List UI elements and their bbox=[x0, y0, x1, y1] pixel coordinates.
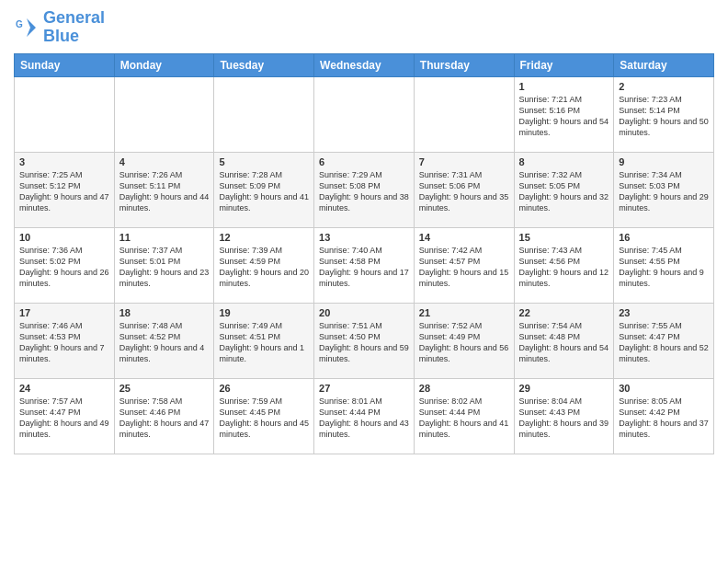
day-number: 11 bbox=[119, 232, 210, 243]
calendar-cell-w2d1: 11Sunrise: 7:37 AM Sunset: 5:01 PM Dayli… bbox=[114, 227, 214, 303]
day-number: 9 bbox=[619, 156, 709, 167]
calendar-cell-w1d5: 8Sunrise: 7:32 AM Sunset: 5:05 PM Daylig… bbox=[514, 152, 614, 227]
day-info: Sunrise: 8:04 AM Sunset: 4:43 PM Dayligh… bbox=[519, 396, 609, 441]
day-number: 27 bbox=[319, 383, 409, 394]
calendar-cell-w2d2: 12Sunrise: 7:39 AM Sunset: 4:59 PM Dayli… bbox=[214, 227, 314, 303]
day-number: 6 bbox=[319, 156, 409, 167]
calendar-cell-w0d1 bbox=[114, 76, 214, 152]
day-number: 16 bbox=[619, 232, 709, 243]
calendar-cell-w4d1: 25Sunrise: 7:58 AM Sunset: 4:46 PM Dayli… bbox=[114, 378, 214, 454]
day-info: Sunrise: 8:01 AM Sunset: 4:44 PM Dayligh… bbox=[319, 396, 409, 441]
logo-icon: G bbox=[14, 15, 40, 40]
calendar-cell-w3d5: 22Sunrise: 7:54 AM Sunset: 4:48 PM Dayli… bbox=[514, 303, 614, 378]
page-header: G General Blue bbox=[14, 9, 714, 46]
day-number: 24 bbox=[19, 383, 109, 394]
weekday-header-thursday: Thursday bbox=[414, 53, 514, 76]
day-number: 15 bbox=[519, 232, 609, 243]
day-info: Sunrise: 7:36 AM Sunset: 5:02 PM Dayligh… bbox=[19, 245, 109, 290]
logo-text: General Blue bbox=[43, 9, 105, 46]
calendar-cell-w1d3: 6Sunrise: 7:29 AM Sunset: 5:08 PM Daylig… bbox=[314, 152, 415, 227]
weekday-header-saturday: Saturday bbox=[614, 53, 714, 76]
calendar-cell-w1d4: 7Sunrise: 7:31 AM Sunset: 5:06 PM Daylig… bbox=[414, 152, 514, 227]
day-number: 5 bbox=[219, 156, 309, 167]
day-number: 4 bbox=[119, 156, 210, 167]
day-number: 23 bbox=[619, 307, 709, 318]
day-number: 18 bbox=[119, 307, 210, 318]
calendar-cell-w1d2: 5Sunrise: 7:28 AM Sunset: 5:09 PM Daylig… bbox=[214, 152, 314, 227]
day-number: 1 bbox=[519, 81, 609, 92]
calendar-cell-w0d4 bbox=[414, 76, 514, 152]
calendar-cell-w4d4: 28Sunrise: 8:02 AM Sunset: 4:44 PM Dayli… bbox=[414, 378, 514, 454]
day-info: Sunrise: 7:57 AM Sunset: 4:47 PM Dayligh… bbox=[19, 396, 109, 441]
svg-text:G: G bbox=[16, 19, 23, 29]
calendar-cell-w0d3 bbox=[314, 76, 415, 152]
calendar-cell-w2d0: 10Sunrise: 7:36 AM Sunset: 5:02 PM Dayli… bbox=[15, 227, 115, 303]
calendar: SundayMondayTuesdayWednesdayThursdayFrid… bbox=[14, 53, 714, 454]
day-info: Sunrise: 7:46 AM Sunset: 4:53 PM Dayligh… bbox=[19, 320, 109, 365]
day-info: Sunrise: 7:37 AM Sunset: 5:01 PM Dayligh… bbox=[119, 245, 210, 290]
day-number: 28 bbox=[419, 383, 509, 394]
calendar-cell-w0d5: 1Sunrise: 7:21 AM Sunset: 5:16 PM Daylig… bbox=[514, 76, 614, 152]
weekday-header-wednesday: Wednesday bbox=[314, 53, 415, 76]
day-number: 17 bbox=[19, 307, 109, 318]
day-number: 7 bbox=[419, 156, 509, 167]
calendar-cell-w0d2 bbox=[214, 76, 314, 152]
day-number: 26 bbox=[219, 383, 309, 394]
day-info: Sunrise: 7:51 AM Sunset: 4:50 PM Dayligh… bbox=[319, 320, 409, 365]
day-info: Sunrise: 7:59 AM Sunset: 4:45 PM Dayligh… bbox=[219, 396, 309, 441]
day-info: Sunrise: 7:32 AM Sunset: 5:05 PM Dayligh… bbox=[519, 169, 609, 214]
calendar-cell-w4d0: 24Sunrise: 7:57 AM Sunset: 4:47 PM Dayli… bbox=[15, 378, 115, 454]
calendar-cell-w2d5: 15Sunrise: 7:43 AM Sunset: 4:56 PM Dayli… bbox=[514, 227, 614, 303]
day-number: 25 bbox=[119, 383, 210, 394]
day-info: Sunrise: 7:28 AM Sunset: 5:09 PM Dayligh… bbox=[219, 169, 309, 214]
calendar-cell-w3d4: 21Sunrise: 7:52 AM Sunset: 4:49 PM Dayli… bbox=[414, 303, 514, 378]
day-info: Sunrise: 7:25 AM Sunset: 5:12 PM Dayligh… bbox=[19, 169, 109, 214]
day-info: Sunrise: 7:39 AM Sunset: 4:59 PM Dayligh… bbox=[219, 245, 309, 290]
day-info: Sunrise: 7:23 AM Sunset: 5:14 PM Dayligh… bbox=[619, 94, 709, 139]
weekday-header-friday: Friday bbox=[514, 53, 614, 76]
day-info: Sunrise: 7:26 AM Sunset: 5:11 PM Dayligh… bbox=[119, 169, 210, 214]
day-info: Sunrise: 7:48 AM Sunset: 4:52 PM Dayligh… bbox=[119, 320, 210, 365]
calendar-cell-w2d3: 13Sunrise: 7:40 AM Sunset: 4:58 PM Dayli… bbox=[314, 227, 415, 303]
day-number: 2 bbox=[619, 81, 709, 92]
day-info: Sunrise: 7:58 AM Sunset: 4:46 PM Dayligh… bbox=[119, 396, 210, 441]
day-info: Sunrise: 8:05 AM Sunset: 4:42 PM Dayligh… bbox=[619, 396, 709, 441]
day-info: Sunrise: 7:43 AM Sunset: 4:56 PM Dayligh… bbox=[519, 245, 609, 290]
svg-marker-1 bbox=[27, 18, 36, 37]
calendar-cell-w4d2: 26Sunrise: 7:59 AM Sunset: 4:45 PM Dayli… bbox=[214, 378, 314, 454]
calendar-cell-w3d1: 18Sunrise: 7:48 AM Sunset: 4:52 PM Dayli… bbox=[114, 303, 214, 378]
weekday-header-tuesday: Tuesday bbox=[214, 53, 314, 76]
day-number: 14 bbox=[419, 232, 509, 243]
day-info: Sunrise: 7:34 AM Sunset: 5:03 PM Dayligh… bbox=[619, 169, 709, 214]
logo: G General Blue bbox=[14, 9, 105, 46]
day-info: Sunrise: 7:52 AM Sunset: 4:49 PM Dayligh… bbox=[419, 320, 509, 365]
day-info: Sunrise: 7:21 AM Sunset: 5:16 PM Dayligh… bbox=[519, 94, 609, 139]
day-info: Sunrise: 7:29 AM Sunset: 5:08 PM Dayligh… bbox=[319, 169, 409, 214]
day-number: 22 bbox=[519, 307, 609, 318]
day-info: Sunrise: 7:31 AM Sunset: 5:06 PM Dayligh… bbox=[419, 169, 509, 214]
day-number: 3 bbox=[19, 156, 109, 167]
day-number: 30 bbox=[619, 383, 709, 394]
day-info: Sunrise: 7:55 AM Sunset: 4:47 PM Dayligh… bbox=[619, 320, 709, 365]
day-info: Sunrise: 7:49 AM Sunset: 4:51 PM Dayligh… bbox=[219, 320, 309, 365]
calendar-cell-w3d6: 23Sunrise: 7:55 AM Sunset: 4:47 PM Dayli… bbox=[614, 303, 714, 378]
day-number: 20 bbox=[319, 307, 409, 318]
calendar-cell-w1d1: 4Sunrise: 7:26 AM Sunset: 5:11 PM Daylig… bbox=[114, 152, 214, 227]
calendar-cell-w2d6: 16Sunrise: 7:45 AM Sunset: 4:55 PM Dayli… bbox=[614, 227, 714, 303]
calendar-cell-w3d3: 20Sunrise: 7:51 AM Sunset: 4:50 PM Dayli… bbox=[314, 303, 415, 378]
day-number: 8 bbox=[519, 156, 609, 167]
weekday-header-monday: Monday bbox=[114, 53, 214, 76]
calendar-cell-w1d6: 9Sunrise: 7:34 AM Sunset: 5:03 PM Daylig… bbox=[614, 152, 714, 227]
calendar-cell-w1d0: 3Sunrise: 7:25 AM Sunset: 5:12 PM Daylig… bbox=[15, 152, 115, 227]
calendar-cell-w0d0 bbox=[15, 76, 115, 152]
day-info: Sunrise: 8:02 AM Sunset: 4:44 PM Dayligh… bbox=[419, 396, 509, 441]
calendar-cell-w3d0: 17Sunrise: 7:46 AM Sunset: 4:53 PM Dayli… bbox=[15, 303, 115, 378]
calendar-cell-w4d3: 27Sunrise: 8:01 AM Sunset: 4:44 PM Dayli… bbox=[314, 378, 415, 454]
day-info: Sunrise: 7:45 AM Sunset: 4:55 PM Dayligh… bbox=[619, 245, 709, 290]
day-number: 19 bbox=[219, 307, 309, 318]
day-number: 12 bbox=[219, 232, 309, 243]
day-info: Sunrise: 7:42 AM Sunset: 4:57 PM Dayligh… bbox=[419, 245, 509, 290]
day-number: 29 bbox=[519, 383, 609, 394]
weekday-header-sunday: Sunday bbox=[15, 53, 115, 76]
day-info: Sunrise: 7:40 AM Sunset: 4:58 PM Dayligh… bbox=[319, 245, 409, 290]
